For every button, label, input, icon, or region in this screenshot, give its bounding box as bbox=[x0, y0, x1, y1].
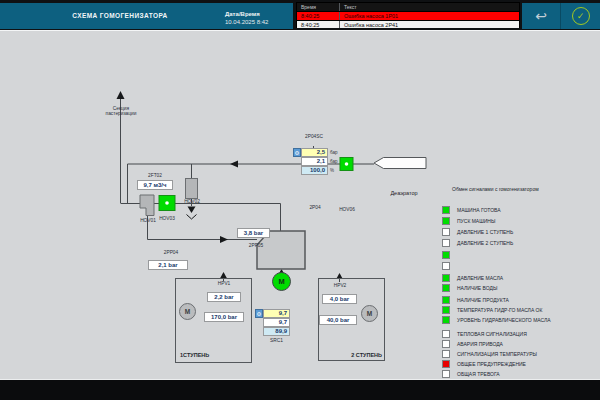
status-label: ТЕПЛОВАЯ СИГНАЛИЗАЦИЯ bbox=[457, 331, 527, 337]
status-panel-title: Обмен сигналами с гомогенизатором bbox=[452, 186, 562, 192]
alarm-time: 8:40:25 bbox=[297, 12, 339, 20]
status-indicator bbox=[442, 206, 450, 214]
title-panel: СХЕМА ГОМОГЕНИЗАТОРА Дата/Время 10.04.20… bbox=[0, 3, 293, 29]
stage2-hpv-tag: HPV2 bbox=[323, 283, 357, 288]
pressure-2pp04-tag: 2PP04 bbox=[156, 250, 186, 255]
status-item: ДАВЛЕНИЕ МАСЛА bbox=[442, 274, 592, 282]
stage2-pressure-top: 4,0 bar bbox=[322, 294, 357, 304]
status-indicator bbox=[442, 251, 450, 259]
status-label: ДАВЛЕНИЕ МАСЛА bbox=[457, 275, 503, 281]
status-item: ОБЩАЯ ТРЕВОГА bbox=[442, 370, 592, 378]
status-item: НАЛИЧИЕ ПРОДУКТА bbox=[442, 296, 592, 304]
back-button[interactable]: ↩ bbox=[522, 3, 561, 29]
status-indicator bbox=[442, 316, 450, 324]
status-indicator bbox=[442, 274, 450, 282]
stage1-motor[interactable]: M bbox=[179, 303, 196, 320]
pressure-2pp05-tag: 2PP05 bbox=[242, 243, 270, 248]
stage2-pressure-bottom: 40,0 bar bbox=[319, 315, 357, 325]
back-arrow-icon: ↩ bbox=[535, 9, 547, 23]
status-indicator bbox=[442, 296, 450, 304]
gear-icon[interactable]: ⚙ bbox=[255, 309, 263, 318]
pump-output-field: 100,0 bbox=[301, 166, 328, 175]
alarm-col-time: Время bbox=[297, 3, 339, 11]
status-indicator bbox=[442, 228, 450, 236]
status-label: ДАВЛЕНИЕ 2 СТУПЕНЬ bbox=[457, 240, 513, 246]
status-indicator bbox=[442, 239, 450, 247]
status-indicator bbox=[442, 262, 450, 270]
acknowledge-button[interactable]: ✓ bbox=[561, 3, 600, 29]
valve-hov03-indicator bbox=[165, 201, 169, 205]
status-item: УРОВЕНЬ ГИДРАВЛИЧЕСКОГО МАСЛА bbox=[442, 316, 592, 324]
pump-setpoint-field[interactable]: 2,5 bbox=[301, 148, 328, 157]
status-label: НАЛИЧИЕ ВОДЫ bbox=[457, 285, 497, 291]
alarm-table: Время Текст 8:40:25 Ошибка насоса 1Р01 8… bbox=[296, 2, 520, 28]
status-label: ТЕМПЕРАТУРА ГИДР-ГО МАСЛА ОК bbox=[457, 307, 542, 313]
pump-actual-unit: бар bbox=[330, 159, 337, 164]
status-item: ТЕПЛОВАЯ СИГНАЛИЗАЦИЯ bbox=[442, 330, 592, 338]
pump-actual-field: 2,1 bbox=[301, 157, 328, 166]
pump-output-unit: % bbox=[330, 168, 334, 173]
src-output-field: 89,9 bbox=[263, 327, 290, 336]
page-title: СХЕМА ГОМОГЕНИЗАТОРА bbox=[30, 12, 210, 19]
valve-hov02-body[interactable] bbox=[186, 179, 198, 199]
status-indicator bbox=[442, 330, 450, 338]
alarm-col-text: Текст bbox=[339, 3, 519, 11]
pasteurization-section-label: Секция пастеризации bbox=[97, 106, 145, 117]
homogenizer-motor[interactable]: M bbox=[272, 272, 291, 291]
status-label: УРОВЕНЬ ГИДРАВЛИЧЕСКОГО МАСЛА bbox=[457, 317, 551, 323]
stage1-pressure-bottom: 170,0 bar bbox=[204, 312, 244, 322]
checkmark-icon: ✓ bbox=[572, 7, 590, 25]
datetime-label: Дата/Время bbox=[225, 11, 260, 17]
flow-meter-value: 9,7 м3/ч bbox=[137, 180, 173, 190]
deaerator-tag-shape bbox=[374, 158, 426, 169]
datetime-value: 10.04.2025 8:42 bbox=[225, 19, 268, 25]
status-indicator bbox=[442, 284, 450, 292]
status-item: ТЕМПЕРАТУРА ГИДР-ГО МАСЛА ОК bbox=[442, 306, 592, 314]
src-controller-tag: SRC1 bbox=[263, 338, 290, 343]
status-label: НАЛИЧИЕ ПРОДУКТА bbox=[457, 297, 509, 303]
deaerator-label: Деаэратор bbox=[383, 190, 425, 196]
drain-symbol bbox=[187, 215, 197, 220]
stage2-label: 2 СТУПЕНЬ bbox=[344, 352, 382, 358]
stage1-hpv-tag: HPV1 bbox=[207, 281, 241, 286]
src-setpoint-field[interactable]: 9,7 bbox=[263, 309, 290, 318]
valve-hov02-label: HOV02 bbox=[180, 199, 204, 204]
status-item: СИГНАЛИЗАЦИЯ ТЕМПЕРАТУРЫ bbox=[442, 350, 592, 358]
flow-meter-tag: 2FT02 bbox=[137, 173, 173, 178]
status-item: НАЛИЧИЕ ВОДЫ bbox=[442, 284, 592, 292]
status-item bbox=[442, 262, 592, 270]
gear-icon[interactable]: ⚙ bbox=[293, 148, 301, 157]
alarm-text: Ошибка насоса 2Р41 bbox=[339, 21, 519, 29]
status-label: МАШИНА ГОТОВА bbox=[457, 207, 501, 213]
hmi-screen: СХЕМА ГОМОГЕНИЗАТОРА Дата/Время 10.04.20… bbox=[0, 0, 600, 400]
alarm-row-acked[interactable]: 8:40:25 Ошибка насоса 2Р41 bbox=[297, 20, 519, 29]
bottom-bar bbox=[0, 379, 600, 400]
status-label: ОБЩЕЕ ПРЕДУПРЕЖДЕНИЕ bbox=[457, 361, 526, 367]
diagram-area: Секция пастеризации 2FT02 9,7 м3/ч HOV01… bbox=[0, 30, 600, 379]
stage2-motor[interactable]: M bbox=[361, 305, 378, 322]
pump-controller-tag: 2P04SC bbox=[296, 134, 332, 139]
status-item bbox=[442, 251, 592, 259]
status-item: ДАВЛЕНИЕ 2 СТУПЕНЬ bbox=[442, 239, 592, 247]
status-indicator bbox=[442, 340, 450, 348]
valve-hov03-label: HOV03 bbox=[155, 216, 179, 221]
top-bar: СХЕМА ГОМОГЕНИЗАТОРА Дата/Время 10.04.20… bbox=[0, 0, 600, 30]
status-label: СИГНАЛИЗАЦИЯ ТЕМПЕРАТУРЫ bbox=[457, 351, 537, 357]
valve-hov01-body[interactable] bbox=[140, 195, 154, 216]
pump-label: 2P04 bbox=[303, 205, 327, 210]
status-item: ПУСК МАШИНЫ bbox=[442, 217, 592, 225]
pressure-2pp04-value: 2,1 bar bbox=[148, 260, 188, 270]
status-item: АВАРИЯ ПРИВОДА bbox=[442, 340, 592, 348]
alarm-row-active[interactable]: 8:40:25 Ошибка насоса 1Р01 bbox=[297, 11, 519, 20]
status-label: ОБЩАЯ ТРЕВОГА bbox=[457, 371, 500, 377]
stage1-label: 1СТУПЕНЬ bbox=[180, 352, 209, 358]
status-item: ДАВЛЕНИЕ 1 СТУПЕНЬ bbox=[442, 228, 592, 236]
stage1-pressure-top: 2,2 bar bbox=[207, 292, 241, 302]
status-label: АВАРИЯ ПРИВОДА bbox=[457, 341, 503, 347]
status-indicator bbox=[442, 217, 450, 225]
status-indicator bbox=[442, 306, 450, 314]
valve-hov06-indicator bbox=[345, 162, 349, 166]
pump-setpoint-unit: бар bbox=[330, 150, 337, 155]
status-indicator bbox=[442, 370, 450, 378]
status-indicator bbox=[442, 350, 450, 358]
